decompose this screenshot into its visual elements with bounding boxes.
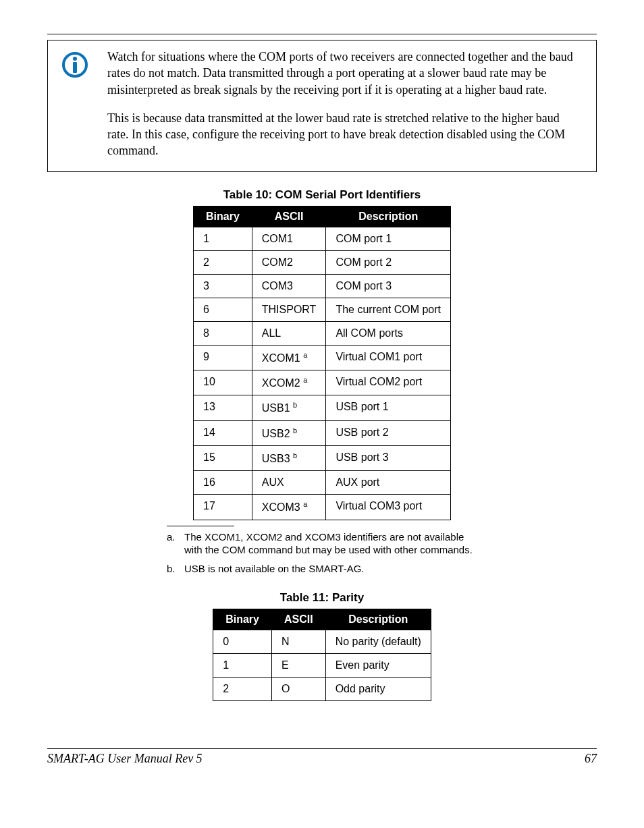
info-note-text: Watch for situations where the COM ports… [107, 49, 577, 159]
table11-header-description: Description [325, 609, 431, 630]
cell-description: Odd parity [325, 678, 431, 701]
footer-left-text: SMART-AG User Manual Rev 5 [47, 752, 203, 766]
svg-rect-2 [73, 62, 77, 73]
cell-description: USB port 3 [326, 446, 451, 471]
table-parity: Binary ASCII Description 0NNo parity (de… [213, 609, 431, 701]
footer-page-number: 67 [585, 752, 597, 766]
cell-description: COM port 2 [326, 250, 451, 274]
cell-description: AUX port [326, 471, 451, 495]
table-row: 6THISPORTThe current COM port [193, 298, 450, 321]
cell-ascii: XCOM1 a [252, 345, 326, 370]
cell-description: COM port 1 [326, 227, 451, 250]
page-footer: SMART-AG User Manual Rev 5 67 [47, 748, 597, 766]
table-row: 8ALLAll COM ports [193, 321, 450, 345]
footnote-b-label: b. [167, 562, 184, 576]
table10-footnotes: a. The XCOM1, XCOM2 and XCOM3 identifier… [167, 526, 477, 576]
cell-ascii: N [271, 630, 325, 654]
table-row: 2COM2COM port 2 [193, 250, 450, 274]
cell-description: The current COM port [326, 298, 451, 321]
cell-ascii: O [271, 678, 325, 701]
cell-binary: 14 [193, 420, 252, 445]
cell-binary: 1 [193, 227, 252, 250]
info-note-box: Watch for situations where the COM ports… [47, 40, 597, 172]
cell-description: USB port 1 [326, 395, 451, 420]
cell-binary: 1 [213, 654, 272, 678]
table-row: 15USB3 bUSB port 3 [193, 446, 450, 471]
cell-description: Even parity [325, 654, 431, 678]
table11-caption: Table 11: Parity [47, 591, 597, 605]
cell-binary: 0 [213, 630, 272, 654]
table-row: 9XCOM1 aVirtual COM1 port [193, 345, 450, 370]
table-row: 10XCOM2 aVirtual COM2 port [193, 370, 450, 395]
cell-ascii: USB3 b [252, 446, 326, 471]
table-row: 16AUXAUX port [193, 471, 450, 495]
table-row: 17XCOM3 aVirtual COM3 port [193, 495, 450, 520]
cell-binary: 2 [213, 678, 272, 701]
cell-ascii: E [271, 654, 325, 678]
cell-binary: 17 [193, 495, 252, 520]
info-icon [61, 51, 88, 78]
table-row: 1COM1COM port 1 [193, 227, 450, 250]
footnote-a-label: a. [167, 530, 184, 557]
cell-binary: 8 [193, 321, 252, 345]
cell-binary: 13 [193, 395, 252, 420]
note-paragraph-1: Watch for situations where the COM ports… [107, 49, 577, 98]
table10-header-binary: Binary [193, 206, 252, 227]
cell-ascii: XCOM2 a [252, 370, 326, 395]
cell-ascii: AUX [252, 471, 326, 495]
svg-point-1 [73, 57, 77, 61]
table-row: 14USB2 bUSB port 2 [193, 420, 450, 445]
cell-ascii: COM1 [252, 227, 326, 250]
table-row: 1EEven parity [213, 654, 431, 678]
table-row: 2OOdd parity [213, 678, 431, 701]
cell-ascii: COM2 [252, 250, 326, 274]
footnote-a-text: The XCOM1, XCOM2 and XCOM3 identifiers a… [184, 530, 477, 557]
table11-header-binary: Binary [213, 609, 272, 630]
cell-binary: 15 [193, 446, 252, 471]
cell-ascii: XCOM3 a [252, 495, 326, 520]
table10-caption: Table 10: COM Serial Port Identifiers [47, 188, 597, 202]
cell-description: No parity (default) [325, 630, 431, 654]
cell-binary: 16 [193, 471, 252, 495]
cell-binary: 9 [193, 345, 252, 370]
cell-binary: 6 [193, 298, 252, 321]
cell-ascii: COM3 [252, 274, 326, 298]
cell-ascii: USB1 b [252, 395, 326, 420]
cell-description: All COM ports [326, 321, 451, 345]
cell-ascii: THISPORT [252, 298, 326, 321]
table10-header-description: Description [326, 206, 451, 227]
cell-ascii: USB2 b [252, 420, 326, 445]
table11-header-ascii: ASCII [271, 609, 325, 630]
table-row: 0NNo parity (default) [213, 630, 431, 654]
table-com-serial-port-identifiers: Binary ASCII Description 1COM1COM port 1… [193, 206, 451, 520]
cell-binary: 3 [193, 274, 252, 298]
cell-description: USB port 2 [326, 420, 451, 445]
note-paragraph-2: This is because data transmitted at the … [107, 110, 577, 159]
footnote-b-text: USB is not available on the SMART-AG. [184, 562, 365, 576]
table-row: 3COM3COM port 3 [193, 274, 450, 298]
cell-description: COM port 3 [326, 274, 451, 298]
cell-binary: 2 [193, 250, 252, 274]
cell-description: Virtual COM3 port [326, 495, 451, 520]
cell-binary: 10 [193, 370, 252, 395]
cell-description: Virtual COM2 port [326, 370, 451, 395]
table-row: 13USB1 bUSB port 1 [193, 395, 450, 420]
cell-ascii: ALL [252, 321, 326, 345]
top-rule [47, 34, 597, 34]
table10-header-ascii: ASCII [252, 206, 326, 227]
cell-description: Virtual COM1 port [326, 345, 451, 370]
